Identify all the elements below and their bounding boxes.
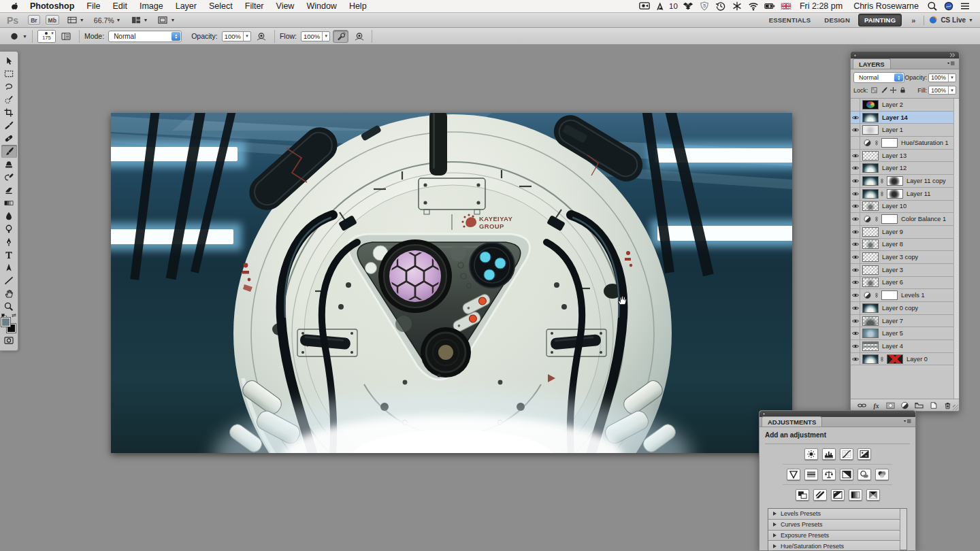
history-tool[interactable] [1, 171, 17, 184]
layer-row[interactable]: Layer 8 [851, 239, 953, 252]
menu-edit[interactable]: Edit [106, 1, 133, 11]
menu-filter[interactable]: Filter [239, 1, 270, 11]
menu-image[interactable]: Image [133, 1, 169, 11]
layer-row[interactable]: Layer 10 [851, 201, 953, 214]
layer-row[interactable]: Levels 1 [851, 289, 953, 302]
document-canvas[interactable]: KAYEIYAY GROUP [111, 113, 792, 453]
adj-vibrance-button[interactable] [787, 469, 800, 480]
layer-thumbnail[interactable] [862, 265, 879, 275]
lock-transparency-button[interactable] [870, 86, 879, 95]
opacity-field[interactable]: 100%▼ [222, 31, 251, 41]
layer-thumbnail[interactable] [862, 113, 879, 122]
brush-preset-picker[interactable]: 175 ▼ [37, 30, 56, 43]
tab-layers[interactable]: LAYERS [853, 59, 891, 69]
layer-visibility-toggle[interactable] [851, 289, 860, 301]
layer-visibility-toggle[interactable] [851, 353, 860, 365]
status-screen-record[interactable] [639, 1, 650, 11]
gradient-tool[interactable] [1, 197, 17, 210]
hand-tool[interactable] [1, 287, 17, 300]
adj-hue-sat-button[interactable] [804, 469, 818, 480]
zoom-level-dropdown[interactable]: 66.7%▼ [94, 16, 121, 24]
layer-row[interactable]: Layer 7 [851, 315, 953, 328]
healing-tool[interactable] [1, 132, 17, 145]
layer-thumbnail[interactable] [862, 278, 879, 287]
menu-user[interactable]: Chris Rosewarne [848, 1, 924, 11]
menu-window[interactable]: Window [300, 1, 342, 11]
status-adobe-cs[interactable] [655, 1, 666, 11]
layer-thumbnail[interactable] [862, 354, 879, 364]
adj-photo-filter-button[interactable] [858, 469, 871, 480]
menu-view[interactable]: View [270, 1, 301, 11]
brush-tool[interactable] [1, 145, 17, 158]
menu-help[interactable]: Help [343, 1, 373, 11]
layer-mask-thumbnail[interactable] [881, 214, 898, 224]
panel-resize-grip[interactable] [953, 405, 958, 410]
layer-mask-thumbnail[interactable] [881, 290, 898, 300]
layer-row[interactable]: Layer 3 copy [851, 251, 953, 264]
preset-row[interactable]: Hue/Saturation Presets [768, 541, 900, 551]
cs-live-button[interactable]: CS Live▼ [928, 16, 977, 24]
layer-visibility-toggle[interactable] [851, 150, 860, 162]
status-uk-flag[interactable] [781, 1, 791, 11]
layer-row[interactable]: Layer 11 [851, 188, 953, 201]
new-group-button[interactable] [914, 401, 924, 410]
layer-mask-thumbnail[interactable] [881, 138, 898, 148]
layer-thumbnail[interactable] [862, 100, 879, 110]
layer-row[interactable]: Layer 0 copy [851, 302, 953, 315]
layer-thumbnail[interactable] [862, 189, 879, 199]
eraser-tool[interactable] [1, 184, 17, 197]
preset-row[interactable]: Curves Presets [768, 520, 900, 531]
adj-levels-button[interactable] [822, 448, 836, 460]
layer-visibility-toggle[interactable] [851, 201, 860, 213]
quick-mask-button[interactable] [1, 334, 17, 347]
layer-visibility-toggle[interactable] [851, 340, 860, 352]
new-adjustment-button[interactable] [900, 401, 910, 410]
menu-file[interactable]: File [80, 1, 106, 11]
adj-threshold-button[interactable] [831, 489, 845, 501]
dodge-tool[interactable] [1, 222, 17, 235]
status-notification-list[interactable] [960, 1, 970, 11]
color-swatches[interactable]: ⇄ [1, 316, 16, 333]
airbrush-button[interactable] [333, 30, 348, 43]
disclosure-triangle-icon[interactable] [773, 522, 777, 527]
workspace-painting[interactable]: PAINTING [858, 14, 902, 27]
layer-row[interactable]: Hue/Saturation 1 [851, 137, 953, 150]
layer-row[interactable]: Layer 4 [851, 340, 953, 353]
panel-title-bar[interactable] [851, 52, 959, 59]
collapse-to-icons-icon[interactable] [948, 52, 956, 59]
layer-visibility-toggle[interactable] [851, 188, 860, 200]
layer-row[interactable]: Layer 6 [851, 277, 953, 290]
lock-pixels-button[interactable] [879, 86, 888, 95]
layer-row[interactable]: Layer 14 [851, 112, 953, 124]
layer-mask-thumbnail[interactable] [887, 354, 903, 364]
lock-position-button[interactable] [889, 86, 898, 95]
panel-close-dot[interactable] [853, 54, 857, 57]
layer-thumbnail[interactable] [862, 151, 879, 161]
screen-mode-button[interactable]: ▼ [157, 16, 175, 24]
disclosure-triangle-icon[interactable] [773, 533, 777, 537]
layer-visibility-toggle[interactable] [851, 251, 860, 263]
zoom-tool[interactable] [1, 300, 17, 313]
pen-tool[interactable] [1, 235, 17, 248]
layer-visibility-toggle[interactable] [851, 226, 860, 238]
mini-bridge-button[interactable]: Mb [46, 15, 59, 25]
layer-mask-thumbnail[interactable] [887, 189, 903, 199]
layer-visibility-toggle[interactable] [851, 137, 860, 149]
link-layers-button[interactable] [857, 401, 867, 410]
crop-tool[interactable] [1, 106, 17, 119]
arrange-documents-button[interactable]: ▼ [131, 16, 148, 24]
status-dropbox[interactable] [683, 1, 693, 11]
layer-thumbnail[interactable] [862, 252, 879, 262]
lasso-tool[interactable] [1, 80, 17, 93]
new-layer-button[interactable] [928, 401, 938, 410]
layer-thumbnail[interactable] [862, 303, 879, 313]
layer-thumbnail[interactable] [862, 201, 879, 211]
status-shield[interactable]: 5 [699, 1, 710, 11]
delete-layer-button[interactable] [943, 401, 953, 410]
type-tool[interactable] [1, 248, 17, 261]
adj-curves-button[interactable] [840, 448, 853, 460]
layer-visibility-toggle[interactable] [851, 99, 860, 111]
layer-visibility-toggle[interactable] [851, 277, 860, 289]
layer-row[interactable]: Layer 3 [851, 264, 953, 277]
layer-fx-button[interactable]: fx [871, 401, 881, 410]
